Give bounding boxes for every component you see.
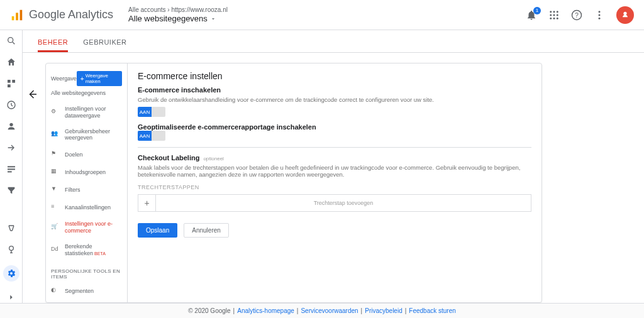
admin-icon[interactable] xyxy=(3,265,19,282)
create-view-button[interactable]: + Weergave maken xyxy=(77,71,122,86)
view-label: Weergave xyxy=(51,75,77,82)
attribution-icon[interactable] xyxy=(6,222,17,234)
account-avatar[interactable] xyxy=(616,6,634,24)
notifications-button[interactable]: 1 xyxy=(526,9,537,21)
svg-point-8 xyxy=(557,14,558,16)
product-logo-wrap: Google Analytics xyxy=(10,8,128,22)
svg-point-6 xyxy=(550,14,552,16)
sidebar-item-user-management[interactable]: 👥Gebruikersbeheer weergeven xyxy=(46,124,127,146)
sidebar-item-ecommerce[interactable]: 🛒Instellingen voor e-commerce xyxy=(46,216,127,239)
enhanced-ecommerce-toggle[interactable]: AAN xyxy=(138,131,165,141)
toggle-on-label: AAN xyxy=(138,131,152,141)
toggle-on-label: AAN xyxy=(138,107,152,117)
view-settings-card: Weergave + Weergave maken Alle websitege… xyxy=(45,63,542,303)
sidebar-item-label: Gebruikersbeheer weergeven xyxy=(65,128,122,142)
admin-tabs: BEHEER GEBRUIKER xyxy=(23,30,644,53)
svg-rect-26 xyxy=(8,171,12,172)
sidebar-item-label: Berekende statistieken xyxy=(65,243,93,256)
sidebar-item-label: Instellingen voor e-commerce xyxy=(65,221,122,234)
svg-rect-24 xyxy=(8,166,15,167)
back-button[interactable] xyxy=(25,87,40,102)
breadcrumb: Alle accounts › https://www.rooza.nl xyxy=(128,6,228,14)
cancel-button[interactable]: Annuleren xyxy=(184,223,229,238)
help-button[interactable]: ? xyxy=(571,9,582,21)
ecommerce-enable-desc: Gebruik de ontwikkelaarshandleiding voor… xyxy=(138,96,531,103)
notification-badge: 1 xyxy=(533,7,541,14)
account-name: Alle websitegegevens xyxy=(128,14,208,24)
checkout-labeling-desc: Maak labels voor de trechterstappen voor… xyxy=(138,164,531,178)
svg-point-17 xyxy=(8,38,13,43)
add-funnel-step-button[interactable]: Trechterstap toevoegen xyxy=(156,195,531,211)
product-name: Google Analytics xyxy=(29,8,113,21)
svg-rect-19 xyxy=(8,80,11,83)
svg-point-9 xyxy=(550,17,552,19)
acquisition-icon[interactable] xyxy=(6,142,17,153)
svg-rect-21 xyxy=(8,84,11,87)
enhanced-ecommerce-title: Geoptimaliseerde e-commercerapportage in… xyxy=(138,123,531,131)
sidebar-item-view-settings[interactable]: ⚙Instellingen voor dataweergave xyxy=(46,101,127,124)
svg-text:?: ? xyxy=(575,11,579,18)
funnel-steps-label: TRECHTERSTAPPEN xyxy=(138,184,531,190)
checkout-labeling-title: Checkout Labeling xyxy=(138,154,199,162)
sidebar-item-content-groups[interactable]: ▦Inhoudsgroepen xyxy=(46,163,127,181)
footer: © 2020 Google | Analytics-homepage | Ser… xyxy=(0,303,644,318)
svg-point-4 xyxy=(553,11,555,13)
chevron-down-icon xyxy=(210,16,216,22)
sidebar-item-goals[interactable]: ⚑Doelen xyxy=(46,146,127,163)
sidebar-item-label: Doelen xyxy=(65,151,83,158)
svg-point-23 xyxy=(9,123,13,126)
collapse-icon[interactable] xyxy=(6,292,17,303)
funnel-steps-row: + Trechterstap toevoegen xyxy=(138,194,531,212)
svg-rect-25 xyxy=(8,168,15,170)
audience-icon[interactable] xyxy=(6,121,17,132)
optional-label: optioneel xyxy=(203,156,223,162)
footer-link-analytics-home[interactable]: Analytics-homepage xyxy=(237,307,294,314)
svg-rect-0 xyxy=(12,16,14,19)
svg-rect-20 xyxy=(12,80,15,83)
svg-point-27 xyxy=(9,246,13,251)
more-button[interactable] xyxy=(594,9,605,21)
save-button[interactable]: Opslaan xyxy=(138,223,177,238)
top-bar: Google Analytics Alle accounts › https:/… xyxy=(0,0,644,30)
sidebar-item-annotations[interactable]: 💬Annotaties xyxy=(46,300,127,302)
sidebar-item-label: Kanaalinstellingen xyxy=(65,204,111,211)
page-title: E-commerce instellen xyxy=(138,71,531,81)
search-icon[interactable] xyxy=(6,35,17,47)
sidebar-item-label: Inhoudsgroepen xyxy=(65,169,106,176)
conversions-icon[interactable] xyxy=(6,185,17,196)
sidebar-item-segments[interactable]: ◐Segmenten xyxy=(46,282,127,300)
svg-point-5 xyxy=(557,11,558,13)
add-funnel-step-plus[interactable]: + xyxy=(138,195,156,211)
tab-user[interactable]: GEBRUIKER xyxy=(83,38,126,52)
sidebar-item-label: Segmenten xyxy=(65,288,94,295)
sidebar-item-filters[interactable]: ▼Filters xyxy=(46,181,127,199)
footer-link-feedback[interactable]: Feedback sturen xyxy=(409,307,456,314)
tab-admin[interactable]: BEHEER xyxy=(38,38,68,52)
footer-link-privacy[interactable]: Privacybeleid xyxy=(365,307,402,314)
ecommerce-enable-toggle[interactable]: AAN xyxy=(138,107,165,117)
ecommerce-settings-panel: E-commerce instellen E-commerce inschake… xyxy=(128,63,541,302)
selected-view[interactable]: Alle websitegegevens xyxy=(46,90,127,101)
realtime-icon[interactable] xyxy=(6,99,17,111)
customization-icon[interactable] xyxy=(6,78,17,89)
svg-point-14 xyxy=(599,11,601,13)
footer-copyright: © 2020 Google xyxy=(188,307,230,314)
behavior-icon[interactable] xyxy=(6,163,17,175)
top-actions: 1 ? xyxy=(526,6,634,24)
sidebar-item-calculated-metrics[interactable]: DdBerekende statistiekenBETA xyxy=(46,239,127,261)
footer-link-tos[interactable]: Servicevoorwaarden xyxy=(301,307,358,314)
beta-badge: BETA xyxy=(94,251,106,256)
home-icon[interactable] xyxy=(6,57,17,68)
svg-point-10 xyxy=(553,17,555,19)
ecommerce-enable-title: E-commerce inschakelen xyxy=(138,86,531,94)
svg-point-11 xyxy=(557,17,558,19)
svg-point-15 xyxy=(599,14,601,16)
svg-point-3 xyxy=(550,11,552,13)
svg-point-7 xyxy=(553,14,555,16)
apps-button[interactable] xyxy=(548,9,560,21)
account-selector[interactable]: Alle accounts › https://www.rooza.nl All… xyxy=(128,6,228,24)
sidebar-item-label: Filters xyxy=(65,187,80,194)
discover-icon[interactable] xyxy=(6,244,17,255)
sidebar-section-personal: PERSOONLIJKE TOOLS EN ITEMS xyxy=(46,261,127,282)
sidebar-item-channel-settings[interactable]: ≡Kanaalinstellingen xyxy=(46,199,127,216)
